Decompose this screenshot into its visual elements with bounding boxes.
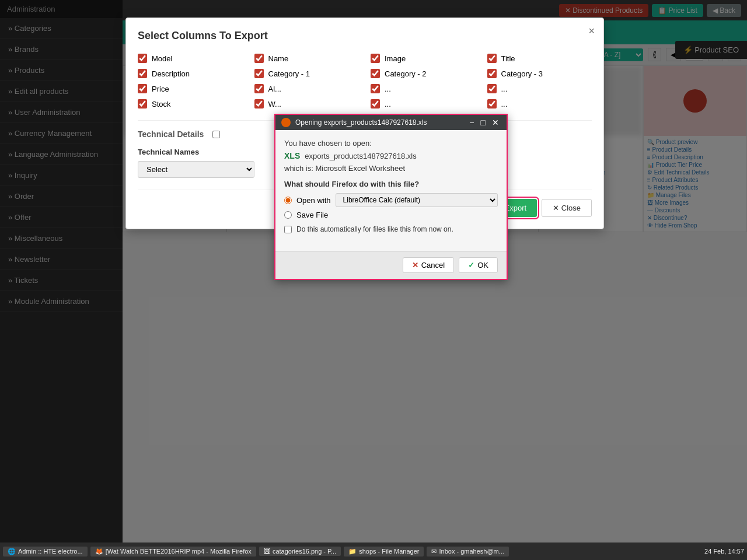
checkbox-extra3-input[interactable] [371, 99, 380, 108]
checkbox-w: W... [254, 99, 359, 108]
auto-check-input[interactable] [284, 226, 292, 233]
auto-check-label: Do this automatically for files like thi… [296, 225, 453, 233]
ff-filetype: which is: Microsoft Excel Worksheet [284, 164, 405, 173]
ff-ok-button[interactable]: ✓ OK [459, 257, 498, 273]
checkbox-category2: Category - 2 [371, 69, 476, 78]
taskbar-clock: 24 Feb, 14:57 [704, 548, 744, 555]
taskbar-item-firefox[interactable]: 🦊 [Wat Watch BETTE2016HRIP mp4 - Mozilla… [90, 547, 256, 556]
checkbox-category3-input[interactable] [487, 69, 497, 78]
checkbox-name-input[interactable] [254, 54, 264, 63]
checkbox-price-input[interactable] [138, 84, 147, 93]
checkbox-price: Price [138, 84, 243, 93]
modal-close-x[interactable]: × [588, 25, 595, 37]
checkbox-model-input[interactable] [138, 54, 147, 63]
firefox-titlebar: Opening exports_products1487927618.xls −… [275, 115, 507, 130]
auto-check-option: Do this automatically for files like thi… [284, 225, 498, 233]
checkbox-al-input[interactable] [254, 84, 264, 93]
firefox-minimize-button[interactable]: − [467, 118, 476, 127]
checkbox-al: Al... [254, 84, 359, 93]
modal-title: Select Columns To Export [138, 30, 592, 42]
checkbox-grid: Model Name Image Title Description Categ… [138, 54, 592, 108]
taskbar-item-inbox[interactable]: ✉ Inbox - gmahesh@m... [427, 547, 508, 556]
checkbox-name: Name [254, 54, 359, 63]
checkbox-stock-input[interactable] [138, 99, 147, 108]
save-file-radio[interactable] [284, 211, 292, 219]
open-with-radio[interactable] [284, 197, 292, 204]
checkbox-extra1: ... [371, 84, 476, 93]
excel-icon: XLS [284, 151, 300, 160]
firefox-close-button[interactable]: ✕ [490, 118, 501, 127]
ff-cancel-button[interactable]: ✕ Cancel [403, 257, 454, 273]
technical-details-label: Technical Details [138, 130, 204, 139]
checkbox-extra2: ... [487, 84, 592, 93]
checkbox-model: Model [138, 54, 243, 63]
firefox-body: You have chosen to open: XLS exports_pro… [275, 130, 507, 251]
checkbox-category1-input[interactable] [254, 69, 264, 78]
taskbar-item-admin[interactable]: 🌐 Admin :: HTE electro... [3, 547, 88, 556]
technical-details-checkbox [212, 131, 220, 138]
firefox-icon [281, 118, 291, 127]
checkbox-title-input[interactable] [487, 54, 497, 63]
checkbox-stock: Stock [138, 99, 243, 108]
taskbar-item-file-manager[interactable]: 📁 shops - File Manager [344, 547, 424, 556]
save-file-label: Save File [296, 211, 328, 219]
taskbar-right: 24 Feb, 14:57 [704, 548, 744, 555]
firefox-maximize-button[interactable]: □ [479, 118, 487, 127]
taskbar-item-image-editor[interactable]: 🖼 catagories16.png - P... [259, 547, 341, 556]
firefox-footer: ✕ Cancel ✓ OK [275, 251, 507, 279]
checkbox-extra1-input[interactable] [371, 84, 380, 93]
open-with-option: Open with LibreOffice Calc (default) [284, 193, 498, 207]
ff-question: What should Firefox do with this file? [284, 180, 498, 188]
checkbox-extra3: ... [371, 99, 476, 108]
firefox-dialog-title: Opening exports_products1487927618.xls [295, 118, 427, 127]
open-with-label: Open with [296, 196, 331, 205]
checkbox-image: Image [371, 54, 476, 63]
ff-filename-text: exports_products1487927618.xls [305, 152, 417, 160]
checkbox-extra4-input[interactable] [487, 99, 497, 108]
checkbox-image-input[interactable] [371, 54, 380, 63]
close-modal-button[interactable]: ✕ Close [542, 199, 592, 217]
checkbox-extra4: ... [487, 99, 592, 108]
checkbox-title: Title [487, 54, 592, 63]
technical-details-input[interactable] [212, 131, 220, 138]
ff-file-info: You have chosen to open: XLS exports_pro… [284, 139, 498, 173]
checkbox-w-input[interactable] [254, 99, 264, 108]
checkbox-category1: Category - 1 [254, 69, 359, 78]
checkbox-category3: Category - 3 [487, 69, 592, 78]
checkbox-category2-input[interactable] [371, 69, 380, 78]
taskbar: 🌐 Admin :: HTE electro... 🦊 [Wat Watch B… [0, 542, 747, 560]
ff-filename: XLS exports_products1487927618.xls [284, 151, 498, 160]
checkbox-description-input[interactable] [138, 69, 147, 78]
firefox-dialog: Opening exports_products1487927618.xls −… [274, 114, 508, 280]
checkbox-extra2-input[interactable] [487, 84, 497, 93]
app-select[interactable]: LibreOffice Calc (default) [336, 193, 498, 207]
technical-names-select[interactable]: Select [138, 161, 254, 178]
checkbox-description: Description [138, 69, 243, 78]
save-file-option: Save File [284, 211, 498, 219]
